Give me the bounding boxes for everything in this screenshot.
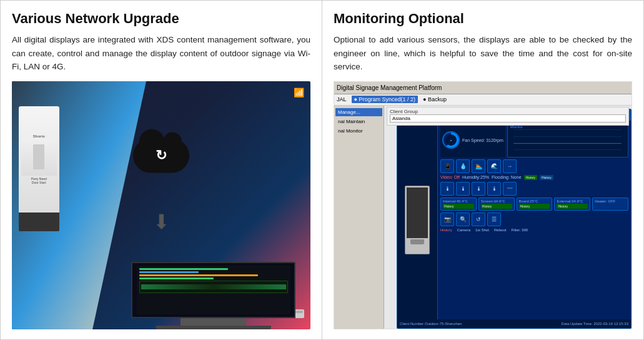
right-panel: Monitoring Optional Optional to add vari… (322, 1, 643, 339)
video-label: Video: Off (440, 175, 460, 179)
camera-icon-1: 📷 (440, 212, 454, 226)
software-content: Client Group Asianda Terminal Monitor _ (384, 106, 632, 329)
sensor-board: Board:25°C History (517, 198, 553, 211)
terminal-device-display (397, 121, 438, 319)
terminal-monitor-dialog: Terminal Monitor _ □ × (397, 109, 632, 329)
sensor-internal-label: Internal:45.4°C (443, 199, 474, 203)
left-panel-image: Shorts Party NeedDoor Start ↻ (12, 81, 310, 329)
reboot-label: Reboot (494, 228, 506, 232)
footer-client-info: Client Number Outdoor-75-Shenzhen (400, 322, 462, 326)
sensor-board-label: Board:25°C (519, 199, 550, 203)
monitor-display (131, 262, 295, 329)
status-icon-wave: 🌊 (487, 159, 501, 173)
fan-speed-label: Fan Speed: 3120rpm (462, 138, 503, 142)
sensor-internal-history-button[interactable]: History (443, 204, 474, 209)
sensor-screen-label: Screen:34.9°C (481, 199, 512, 203)
temp-icon-2: 🌡 (456, 182, 470, 196)
left-panel: Various Network Upgrade All digital disp… (1, 1, 322, 339)
monitoring-chart: Monitor (507, 123, 628, 158)
status-icon-arrow: → (503, 159, 517, 173)
camera-labels-row: History Camera 1st Shot Reboot Filter: 3… (440, 228, 628, 232)
software-sidebar: Manage... nal Maintain nal Monitor (334, 106, 384, 329)
filter-label: Filter: 390 (511, 228, 528, 232)
monitor-bar-yellow (139, 274, 258, 276)
software-title-bar: Digital Signage Management Platform (334, 82, 632, 94)
chart-grid-3 (513, 129, 622, 130)
outdoor-signage-display: Shorts Party NeedDoor Start (19, 106, 59, 231)
gauge-inner: ● (445, 134, 457, 146)
wifi-icon: 📶 (294, 88, 304, 98)
cloud-icon: ↻ (133, 138, 189, 172)
status-icon-phone: 📱 (440, 159, 454, 173)
status-icons-row-1: 📱 💧 🏊 🌊 → (440, 159, 628, 173)
terminal-main-content: ● Fan Speed: 3120rpm Monitor (438, 121, 631, 319)
temp-icon-4: 🌡 (487, 182, 501, 196)
sensor-heater: Heater: OFF (592, 198, 628, 211)
network-upgrade-image: Shorts Party NeedDoor Start ↻ (12, 81, 310, 329)
software-title: Digital Signage Management Platform (337, 84, 442, 91)
sidebar-item-maintain[interactable]: nal Maintain (335, 118, 382, 126)
chart-grid-2 (513, 136, 622, 137)
top-monitoring-section: ● Fan Speed: 3120rpm Monitor (440, 123, 628, 158)
fan-speed-area: ● Fan Speed: 3120rpm (440, 123, 505, 158)
client-group-label: Client Group (390, 109, 626, 114)
menu-item-jal[interactable]: JAL (337, 96, 347, 102)
temp-icon-3: 🌡 (472, 182, 485, 196)
left-panel-description: All digital displays are integrated with… (12, 33, 310, 74)
client-group-area: Client Group Asianda (387, 107, 629, 126)
camera-label: Camera (457, 228, 470, 232)
monitor-bar-blue (139, 271, 199, 273)
monitor-bar-2 (139, 278, 214, 279)
monitor-screen (131, 262, 295, 318)
sensor-external-history-button[interactable]: History (557, 204, 588, 209)
download-arrow-icon: ⬇ (153, 210, 170, 234)
history-label-3: History (440, 228, 452, 232)
monitor-content (137, 266, 290, 314)
monitor-base (156, 326, 271, 329)
device-column (405, 181, 430, 259)
chart-line (513, 143, 622, 144)
camera-icon-2: 🔍 (456, 212, 470, 226)
humidity-flooding-row: Video: Off Humidity:25% Flooding: None H… (440, 175, 628, 180)
history-button-2[interactable]: History (540, 175, 553, 180)
sensor-screen: Screen:34.9°C History (478, 198, 515, 211)
sensor-heater-label: Heater: OFF (595, 199, 626, 203)
status-icon-water: 💧 (456, 159, 470, 173)
sensor-external: External:34.9°C History (554, 198, 590, 211)
display-screen (407, 188, 428, 238)
footer-update-time: Data Update Time: 2022-03-16 12:15:33 (562, 322, 628, 326)
speed-gauge: ● (442, 131, 460, 149)
monitor-stand (181, 318, 246, 326)
humidity-label: Humidity:25% (462, 175, 489, 179)
menu-item-backup[interactable]: ● Backup (423, 96, 447, 102)
client-group-value[interactable]: Asianda (390, 114, 626, 122)
terminal-dialog-body: ● Fan Speed: 3120rpm Monitor (397, 121, 631, 319)
sensor-board-history-button[interactable]: History (519, 204, 550, 209)
sync-arrows-icon: ↻ (156, 148, 167, 164)
left-panel-title: Various Network Upgrade (12, 11, 310, 27)
flooding-label: Flooding: None (492, 175, 521, 179)
sidebar-item-monitor[interactable]: nal Monitor (335, 127, 382, 135)
heater-icon: 〰 (503, 182, 517, 196)
history-button-1[interactable]: History (524, 175, 538, 180)
right-panel-title: Monitoring Optional (334, 11, 632, 27)
reboot-icon: ↺ (472, 212, 485, 226)
camera-icons-row: 📷 🔍 ↺ ☰ (440, 212, 628, 226)
right-panel-description: Optional to add various sensors, the dis… (334, 33, 632, 74)
signage-screen: Shorts Party NeedDoor Start (19, 106, 59, 212)
screenshot-label: 1st Shot (475, 228, 489, 232)
monitoring-software-image: Digital Signage Management Platform JAL … (334, 81, 632, 329)
filter-icon: ☰ (487, 212, 501, 226)
display-base (410, 239, 425, 244)
sidebar-item-manage[interactable]: Manage... (335, 108, 382, 116)
terminal-dialog-footer: Client Number Outdoor-75-Shenzhen Data U… (397, 319, 631, 328)
cloud-shape: ↻ (133, 138, 189, 172)
right-panel-image: Digital Signage Management Platform JAL … (334, 81, 632, 329)
sensor-external-label: External:34.9°C (557, 199, 588, 203)
sensor-internal: Internal:45.4°C History (440, 198, 477, 211)
menu-item-program[interactable]: ● Program Synced(1 / 2) (352, 96, 418, 103)
software-ui: Digital Signage Management Platform JAL … (334, 82, 632, 329)
temp-icon-1: 🌡 (440, 182, 454, 196)
temp-icons-row: 🌡 🌡 🌡 🌡 〰 (440, 182, 628, 196)
sensor-screen-history-button[interactable]: History (481, 204, 512, 209)
